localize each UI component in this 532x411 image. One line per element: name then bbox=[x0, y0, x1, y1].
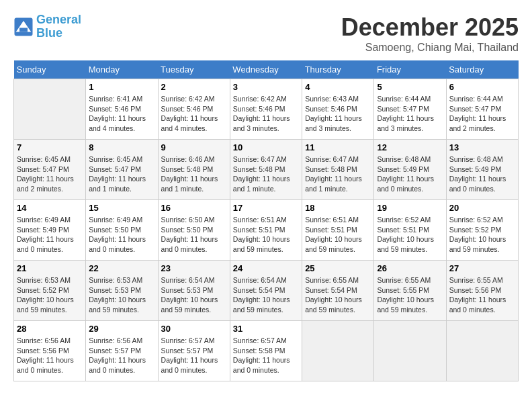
day-number: 11 bbox=[305, 142, 371, 152]
logo-text: General Blue bbox=[36, 13, 81, 40]
day-number: 21 bbox=[17, 263, 83, 273]
day-number: 27 bbox=[449, 263, 515, 273]
calendar-cell: 27Sunrise: 6:55 AMSunset: 5:56 PMDayligh… bbox=[446, 261, 518, 321]
cell-info: Sunrise: 6:47 AMSunset: 5:48 PMDaylight:… bbox=[305, 154, 371, 194]
cell-info: Sunrise: 6:41 AMSunset: 5:46 PMDaylight:… bbox=[89, 94, 154, 134]
day-number: 12 bbox=[377, 142, 443, 152]
day-number: 17 bbox=[233, 203, 299, 213]
calendar-week-3: 14Sunrise: 6:49 AMSunset: 5:49 PMDayligh… bbox=[14, 200, 519, 261]
day-number: 22 bbox=[89, 263, 154, 273]
day-number: 25 bbox=[305, 263, 371, 273]
cell-info: Sunrise: 6:51 AMSunset: 5:51 PMDaylight:… bbox=[233, 215, 299, 255]
calendar-cell bbox=[302, 321, 374, 381]
day-number: 23 bbox=[161, 263, 227, 273]
month-title: December 2025 bbox=[341, 13, 519, 42]
calendar-week-4: 21Sunrise: 6:53 AMSunset: 5:52 PMDayligh… bbox=[14, 261, 519, 321]
day-number: 7 bbox=[17, 142, 83, 152]
day-number: 3 bbox=[233, 82, 299, 92]
cell-info: Sunrise: 6:42 AMSunset: 5:46 PMDaylight:… bbox=[233, 94, 299, 134]
logo-line2: Blue bbox=[36, 26, 62, 40]
day-header-wednesday: Wednesday bbox=[230, 60, 302, 79]
day-number: 10 bbox=[233, 142, 299, 152]
day-header-thursday: Thursday bbox=[302, 60, 374, 79]
day-number: 1 bbox=[89, 82, 154, 92]
day-number: 15 bbox=[89, 203, 154, 213]
calendar-cell: 7Sunrise: 6:45 AMSunset: 5:47 PMDaylight… bbox=[14, 140, 86, 200]
day-number: 28 bbox=[17, 324, 83, 334]
day-number: 20 bbox=[449, 203, 515, 213]
cell-info: Sunrise: 6:48 AMSunset: 5:49 PMDaylight:… bbox=[377, 154, 443, 194]
calendar-cell: 9Sunrise: 6:46 AMSunset: 5:48 PMDaylight… bbox=[158, 140, 230, 200]
calendar-cell: 1Sunrise: 6:41 AMSunset: 5:46 PMDaylight… bbox=[86, 79, 158, 140]
day-number: 6 bbox=[449, 82, 515, 92]
cell-info: Sunrise: 6:55 AMSunset: 5:54 PMDaylight:… bbox=[305, 275, 371, 315]
cell-info: Sunrise: 6:52 AMSunset: 5:51 PMDaylight:… bbox=[377, 215, 443, 255]
calendar-week-1: 1Sunrise: 6:41 AMSunset: 5:46 PMDaylight… bbox=[14, 79, 519, 140]
cell-info: Sunrise: 6:45 AMSunset: 5:47 PMDaylight:… bbox=[89, 154, 154, 194]
calendar-cell: 14Sunrise: 6:49 AMSunset: 5:49 PMDayligh… bbox=[14, 200, 86, 261]
calendar-cell: 20Sunrise: 6:52 AMSunset: 5:52 PMDayligh… bbox=[446, 200, 518, 261]
calendar-cell: 24Sunrise: 6:54 AMSunset: 5:54 PMDayligh… bbox=[230, 261, 302, 321]
calendar-cell: 4Sunrise: 6:43 AMSunset: 5:46 PMDaylight… bbox=[302, 79, 374, 140]
day-header-tuesday: Tuesday bbox=[158, 60, 230, 79]
day-number: 30 bbox=[161, 324, 227, 334]
cell-info: Sunrise: 6:45 AMSunset: 5:47 PMDaylight:… bbox=[17, 154, 83, 194]
cell-info: Sunrise: 6:42 AMSunset: 5:46 PMDaylight:… bbox=[161, 94, 227, 134]
day-number: 19 bbox=[377, 203, 443, 213]
day-number: 16 bbox=[161, 203, 227, 213]
calendar-cell: 19Sunrise: 6:52 AMSunset: 5:51 PMDayligh… bbox=[374, 200, 446, 261]
cell-info: Sunrise: 6:44 AMSunset: 5:47 PMDaylight:… bbox=[449, 94, 515, 134]
cell-info: Sunrise: 6:57 AMSunset: 5:58 PMDaylight:… bbox=[233, 336, 299, 375]
cell-info: Sunrise: 6:55 AMSunset: 5:56 PMDaylight:… bbox=[449, 275, 515, 315]
cell-info: Sunrise: 6:47 AMSunset: 5:48 PMDaylight:… bbox=[233, 154, 299, 194]
calendar-cell: 30Sunrise: 6:57 AMSunset: 5:57 PMDayligh… bbox=[158, 321, 230, 381]
cell-info: Sunrise: 6:53 AMSunset: 5:53 PMDaylight:… bbox=[89, 275, 154, 315]
day-number: 14 bbox=[17, 203, 83, 213]
logo-icon bbox=[13, 17, 34, 37]
day-number: 5 bbox=[377, 82, 443, 92]
calendar-cell bbox=[14, 79, 86, 140]
location: Samoeng, Chiang Mai, Thailand bbox=[341, 42, 519, 54]
title-area: December 2025 Samoeng, Chiang Mai, Thail… bbox=[341, 13, 519, 54]
calendar-cell: 17Sunrise: 6:51 AMSunset: 5:51 PMDayligh… bbox=[230, 200, 302, 261]
cell-info: Sunrise: 6:50 AMSunset: 5:50 PMDaylight:… bbox=[161, 215, 227, 255]
calendar-header-row: SundayMondayTuesdayWednesdayThursdayFrid… bbox=[14, 60, 519, 79]
calendar-cell: 11Sunrise: 6:47 AMSunset: 5:48 PMDayligh… bbox=[302, 140, 374, 200]
logo: General Blue bbox=[13, 13, 81, 40]
day-number: 2 bbox=[161, 82, 227, 92]
calendar-table: SundayMondayTuesdayWednesdayThursdayFrid… bbox=[13, 60, 519, 381]
calendar-cell: 16Sunrise: 6:50 AMSunset: 5:50 PMDayligh… bbox=[158, 200, 230, 261]
day-header-friday: Friday bbox=[374, 60, 446, 79]
calendar-cell: 18Sunrise: 6:51 AMSunset: 5:51 PMDayligh… bbox=[302, 200, 374, 261]
calendar-cell: 2Sunrise: 6:42 AMSunset: 5:46 PMDaylight… bbox=[158, 79, 230, 140]
day-header-sunday: Sunday bbox=[14, 60, 86, 79]
cell-info: Sunrise: 6:49 AMSunset: 5:49 PMDaylight:… bbox=[17, 215, 83, 255]
cell-info: Sunrise: 6:48 AMSunset: 5:49 PMDaylight:… bbox=[449, 154, 515, 194]
day-number: 18 bbox=[305, 203, 371, 213]
cell-info: Sunrise: 6:52 AMSunset: 5:52 PMDaylight:… bbox=[449, 215, 515, 255]
calendar-week-5: 28Sunrise: 6:56 AMSunset: 5:56 PMDayligh… bbox=[14, 321, 519, 381]
day-number: 4 bbox=[305, 82, 371, 92]
calendar-week-2: 7Sunrise: 6:45 AMSunset: 5:47 PMDaylight… bbox=[14, 140, 519, 200]
cell-info: Sunrise: 6:43 AMSunset: 5:46 PMDaylight:… bbox=[305, 94, 371, 134]
calendar-cell: 10Sunrise: 6:47 AMSunset: 5:48 PMDayligh… bbox=[230, 140, 302, 200]
calendar-cell: 26Sunrise: 6:55 AMSunset: 5:55 PMDayligh… bbox=[374, 261, 446, 321]
calendar-cell: 13Sunrise: 6:48 AMSunset: 5:49 PMDayligh… bbox=[446, 140, 518, 200]
cell-info: Sunrise: 6:57 AMSunset: 5:57 PMDaylight:… bbox=[161, 336, 227, 375]
day-number: 24 bbox=[233, 263, 299, 273]
cell-info: Sunrise: 6:46 AMSunset: 5:48 PMDaylight:… bbox=[161, 154, 227, 194]
cell-info: Sunrise: 6:56 AMSunset: 5:56 PMDaylight:… bbox=[17, 336, 83, 375]
cell-info: Sunrise: 6:44 AMSunset: 5:47 PMDaylight:… bbox=[377, 94, 443, 134]
calendar-cell: 31Sunrise: 6:57 AMSunset: 5:58 PMDayligh… bbox=[230, 321, 302, 381]
calendar-cell: 15Sunrise: 6:49 AMSunset: 5:50 PMDayligh… bbox=[86, 200, 158, 261]
day-number: 8 bbox=[89, 142, 154, 152]
cell-info: Sunrise: 6:51 AMSunset: 5:51 PMDaylight:… bbox=[305, 215, 371, 255]
cell-info: Sunrise: 6:54 AMSunset: 5:54 PMDaylight:… bbox=[233, 275, 299, 315]
day-number: 31 bbox=[233, 324, 299, 334]
calendar-cell bbox=[446, 321, 518, 381]
cell-info: Sunrise: 6:49 AMSunset: 5:50 PMDaylight:… bbox=[89, 215, 154, 255]
day-number: 9 bbox=[161, 142, 227, 152]
calendar-cell: 5Sunrise: 6:44 AMSunset: 5:47 PMDaylight… bbox=[374, 79, 446, 140]
day-header-monday: Monday bbox=[86, 60, 158, 79]
logo-line1: General bbox=[36, 13, 81, 26]
